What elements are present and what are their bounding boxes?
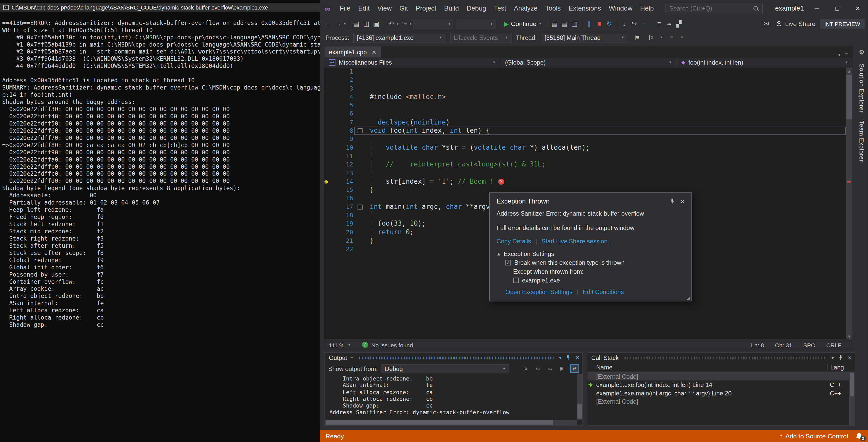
- tab-example1-cpp[interactable]: example1.cpp ✕: [324, 46, 381, 58]
- flag-threads-icon[interactable]: ⚑: [632, 32, 642, 43]
- maximize-button[interactable]: □: [827, 0, 848, 16]
- redo-caret-icon[interactable]: ▾: [409, 22, 412, 26]
- tool-tab-team-explorer[interactable]: Team Explorer: [858, 121, 865, 162]
- unflag-threads-icon[interactable]: ⚐: [646, 32, 656, 43]
- navigate-caret-icon[interactable]: ▾: [343, 22, 346, 26]
- eol-indicator[interactable]: CRLF: [826, 341, 841, 348]
- thread-dropdown[interactable]: [35160] Main Thread▾: [540, 32, 628, 43]
- memory-icon[interactable]: ▥: [569, 18, 580, 29]
- scroll-up-icon[interactable]: ▲: [846, 67, 852, 74]
- menu-item-edit[interactable]: Edit: [354, 3, 374, 14]
- open-exception-settings-link[interactable]: Open Exception Settings: [505, 289, 572, 295]
- settings-gear-icon[interactable]: ⚙: [859, 48, 864, 56]
- menu-item-debug[interactable]: Debug: [463, 3, 490, 14]
- code-line[interactable]: 7__declspec(noinline): [324, 118, 852, 127]
- output-hscrollbar[interactable]: [325, 420, 577, 425]
- menu-item-build[interactable]: Build: [440, 3, 463, 14]
- code-line[interactable]: 8−void foo(int index, int len) {: [324, 127, 852, 135]
- break-checkbox[interactable]: [505, 260, 511, 265]
- send-feedback-icon[interactable]: ✉: [761, 18, 771, 29]
- copy-details-link[interactable]: Copy Details: [497, 238, 531, 244]
- module-checkbox[interactable]: [513, 278, 519, 283]
- configuration-dropdown[interactable]: ▾: [413, 19, 453, 29]
- callstack-drag-grip[interactable]: [624, 356, 826, 359]
- exception-settings-header[interactable]: Exception Settings: [504, 250, 554, 257]
- platform-dropdown[interactable]: ▾: [455, 19, 495, 29]
- save-icon[interactable]: ◫: [361, 18, 371, 29]
- menu-item-tools[interactable]: Tools: [541, 3, 565, 14]
- code-line[interactable]: 14 str[index] = '1'; // Boom !×: [324, 177, 852, 186]
- immediate-window-icon[interactable]: ≡: [654, 18, 664, 29]
- fold-collapse-icon[interactable]: −: [357, 205, 362, 209]
- zoom-caret-icon[interactable]: ▾: [348, 342, 351, 347]
- restart-icon[interactable]: ↻: [604, 18, 614, 29]
- popup-close-icon[interactable]: ✕: [680, 198, 685, 204]
- add-to-source-control-button[interactable]: ↑ Add to Source Control: [779, 433, 848, 439]
- notifications-button[interactable]: 2: [856, 433, 863, 440]
- output-source-dropdown[interactable]: Debug▾: [381, 364, 509, 373]
- redo-icon[interactable]: ↷: [399, 18, 409, 29]
- menu-item-help[interactable]: Help: [636, 3, 657, 14]
- zoom-level[interactable]: 111 %: [329, 341, 345, 348]
- next-message-icon[interactable]: ⇨: [546, 364, 555, 373]
- previous-message-icon[interactable]: ⇦: [534, 364, 542, 373]
- member-dropdown[interactable]: ◆ foo(int index, int len)▾: [677, 58, 852, 67]
- undo-icon[interactable]: ↶: [386, 18, 396, 29]
- code-line[interactable]: 9: [324, 135, 852, 143]
- callstack-titlebar[interactable]: Call Stack ▾ ✕: [587, 353, 855, 363]
- events-icon[interactable]: ▤: [559, 18, 569, 29]
- code-line[interactable]: 5: [324, 101, 852, 110]
- project-dropdown[interactable]: ++ Miscellaneous Files▾: [324, 58, 500, 67]
- output-close-icon[interactable]: ✕: [576, 355, 580, 361]
- edit-conditions-link[interactable]: Edit Conditions: [583, 289, 624, 295]
- code-line[interactable]: 13: [324, 169, 852, 177]
- output-pin-icon[interactable]: [566, 355, 571, 361]
- code-line[interactable]: 2: [324, 76, 852, 84]
- active-files-chevron-icon[interactable]: ▾: [838, 52, 841, 57]
- diagnostics-icon[interactable]: ▦: [549, 18, 559, 29]
- expander-icon[interactable]: ▲: [497, 251, 501, 256]
- clear-all-icon[interactable]: ≢: [558, 364, 567, 373]
- search-input[interactable]: [670, 5, 750, 11]
- column-lang[interactable]: Lang: [827, 364, 855, 371]
- float-window-icon[interactable]: □: [845, 52, 848, 57]
- menu-item-project[interactable]: Project: [412, 3, 440, 14]
- word-wrap-icon[interactable]: ↵: [570, 364, 579, 373]
- menu-item-git[interactable]: Git: [396, 3, 412, 14]
- code-line[interactable]: 10 volatile char *str = (volatile char *…: [324, 143, 852, 152]
- menu-item-extensions[interactable]: Extensions: [565, 3, 605, 14]
- break-all-icon[interactable]: ∥: [584, 18, 594, 29]
- scroll-down-icon[interactable]: ▼: [846, 333, 852, 340]
- navigate-back-icon[interactable]: ←: [323, 18, 333, 29]
- callstack-row[interactable]: example1.exe!foo(int index, int len) Lin…: [587, 380, 855, 389]
- menu-item-test[interactable]: Test: [490, 3, 510, 14]
- menu-item-window[interactable]: Window: [605, 3, 637, 14]
- int-preview-button[interactable]: INT PREVIEW: [820, 19, 865, 29]
- continue-button[interactable]: ▶ Continue ▾: [501, 18, 545, 29]
- output-titlebar[interactable]: Output ▾ ▾ ✕: [325, 353, 582, 363]
- output-vscrollbar[interactable]: [577, 374, 582, 420]
- menu-item-file[interactable]: File: [336, 3, 354, 14]
- callstack-close-icon[interactable]: ✕: [848, 355, 852, 361]
- output-content[interactable]: Intra object redzone: bb ASan internal: …: [325, 374, 582, 425]
- quick-search[interactable]: [665, 3, 763, 14]
- code-line[interactable]: 4#include <malloc.h>: [324, 93, 852, 101]
- code-line[interactable]: 1: [324, 67, 852, 76]
- code-line[interactable]: 11: [324, 152, 852, 161]
- menu-item-view[interactable]: View: [373, 3, 396, 14]
- step-into-icon[interactable]: ↓: [619, 18, 629, 29]
- callstack-vscrollbar[interactable]: [849, 372, 855, 425]
- resize-grip-icon[interactable]: ◢: [687, 295, 690, 300]
- lifecycle-events-dropdown[interactable]: Lifecycle Events▾: [450, 32, 512, 43]
- output-drag-grip[interactable]: [359, 356, 554, 359]
- new-file-icon[interactable]: ▤: [351, 18, 361, 29]
- callstack-pin-icon[interactable]: [838, 355, 843, 361]
- navigate-forward-icon[interactable]: →: [333, 18, 343, 29]
- tab-close-icon[interactable]: ✕: [372, 49, 376, 55]
- tool-tab-solution-explorer[interactable]: Solution Explorer: [858, 64, 865, 113]
- output-window-position-icon[interactable]: ▾: [559, 355, 562, 361]
- stack-frame-caret-icon[interactable]: ▾: [681, 35, 684, 40]
- start-live-share-link[interactable]: Start Live Share session...: [541, 238, 613, 244]
- live-share-button[interactable]: Live Share: [776, 21, 815, 27]
- menu-item-analyze[interactable]: Analyze: [510, 3, 541, 14]
